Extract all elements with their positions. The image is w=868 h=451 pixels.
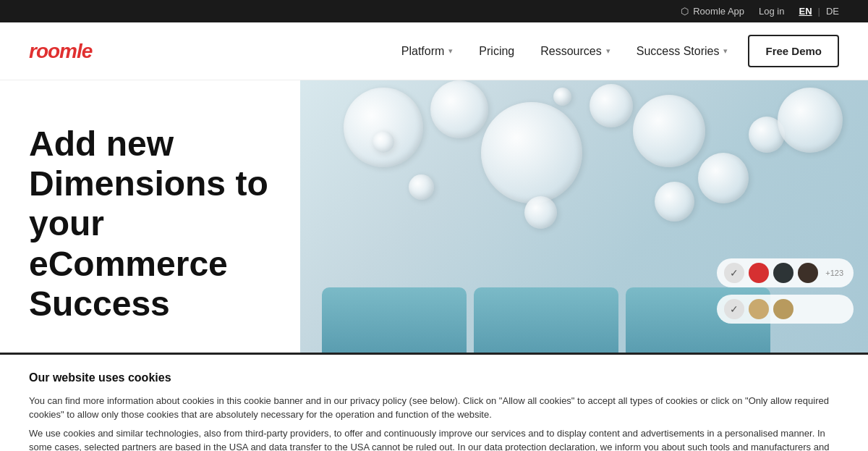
logo[interactable]: roomle bbox=[29, 40, 92, 63]
hero-title: Add new Dimensions to your eCommerce Suc… bbox=[29, 124, 271, 324]
nav-item-pricing[interactable]: Pricing bbox=[466, 22, 527, 80]
swatch-more-label: +123 bbox=[822, 269, 846, 277]
swatch-row-2: ✓ bbox=[717, 295, 854, 324]
bubble-decoration bbox=[430, 80, 488, 138]
hero-image: ✓ +123 ✓ bbox=[300, 80, 868, 353]
bubble-decoration bbox=[344, 88, 423, 167]
bubble-decoration bbox=[778, 88, 843, 153]
swatch-tan[interactable] bbox=[749, 299, 769, 319]
nav-ressources-label: Ressources bbox=[540, 45, 601, 58]
bubble-decoration bbox=[373, 131, 394, 153]
lang-de[interactable]: DE bbox=[826, 6, 839, 17]
roomle-app-link[interactable]: ⬡ Roomle App bbox=[681, 6, 744, 17]
nav-success-label: Success Stories bbox=[637, 45, 720, 58]
lang-en[interactable]: EN bbox=[799, 6, 812, 17]
swatch-row-1: ✓ +123 bbox=[717, 258, 854, 287]
bubble-decoration bbox=[655, 182, 694, 222]
cookie-title: Our website uses cookies bbox=[29, 369, 839, 387]
bubble-decoration bbox=[590, 84, 633, 127]
bubble-decoration bbox=[633, 95, 705, 167]
swatch-check-icon: ✓ bbox=[724, 299, 744, 319]
language-selector: EN | DE bbox=[799, 6, 839, 17]
bubble-decoration bbox=[524, 196, 557, 229]
swatch-tan2[interactable] bbox=[773, 299, 793, 319]
nav-pricing-label: Pricing bbox=[479, 45, 514, 58]
chevron-down-icon: ▾ bbox=[723, 46, 728, 56]
hero-section: Add new Dimensions to your eCommerce Suc… bbox=[0, 80, 868, 353]
roomle-app-icon: ⬡ bbox=[681, 6, 689, 17]
free-demo-button[interactable]: Free Demo bbox=[748, 35, 839, 67]
swatch-red[interactable] bbox=[749, 263, 769, 283]
top-bar: ⬡ Roomle App Log in EN | DE bbox=[0, 0, 868, 22]
nav-item-ressources[interactable]: Ressources ▾ bbox=[527, 22, 623, 80]
nav-item-platform[interactable]: Platform ▾ bbox=[388, 22, 467, 80]
bubble-decoration bbox=[698, 153, 749, 203]
bubble-decoration bbox=[409, 174, 434, 200]
login-link[interactable]: Log in bbox=[759, 6, 784, 17]
chevron-down-icon: ▾ bbox=[606, 46, 610, 56]
bubble-decoration bbox=[481, 102, 582, 203]
swatch-brown[interactable] bbox=[798, 263, 818, 283]
swatch-dark[interactable] bbox=[773, 263, 793, 283]
cookie-banner: Our website uses cookies You can find mo… bbox=[0, 353, 868, 451]
nav-items: Platform ▾ Pricing Ressources ▾ Success … bbox=[388, 22, 741, 80]
logo-text: roomle bbox=[29, 40, 92, 62]
swatches-overlay: ✓ +123 ✓ bbox=[717, 258, 854, 324]
cookie-text-2: We use cookies and similar technologies,… bbox=[29, 426, 839, 451]
chevron-down-icon: ▾ bbox=[448, 46, 453, 56]
roomle-app-label: Roomle App bbox=[693, 6, 744, 17]
cookie-text-1: You can find more information about cook… bbox=[29, 394, 839, 422]
nav-platform-label: Platform bbox=[401, 45, 445, 58]
main-nav: roomle Platform ▾ Pricing Ressources ▾ S… bbox=[0, 22, 868, 80]
hero-text: Add new Dimensions to your eCommerce Suc… bbox=[0, 80, 300, 353]
bubble-decoration bbox=[553, 88, 571, 106]
nav-item-success-stories[interactable]: Success Stories ▾ bbox=[624, 22, 741, 80]
swatch-check-icon: ✓ bbox=[724, 263, 744, 283]
login-label: Log in bbox=[759, 6, 784, 17]
